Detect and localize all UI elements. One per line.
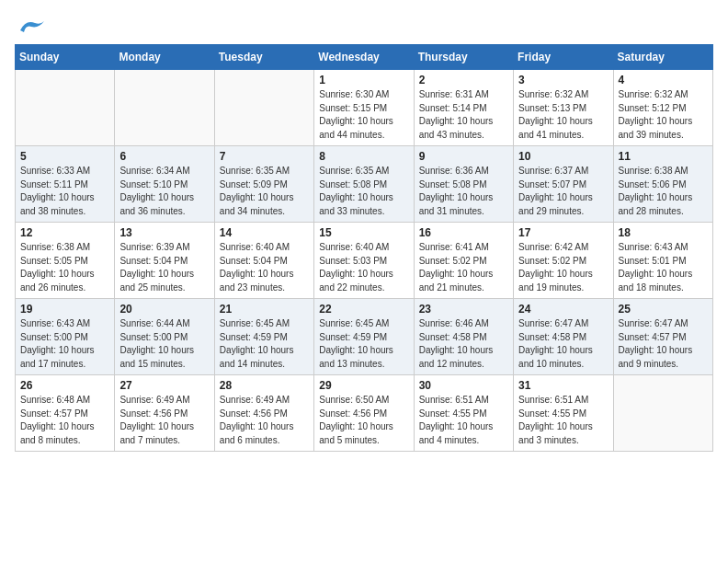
calendar-cell: 25Sunrise: 6:47 AMSunset: 4:57 PMDayligh… xyxy=(613,299,712,375)
day-info: Sunrise: 6:44 AMSunset: 5:00 PMDaylight:… xyxy=(119,317,209,371)
day-number: 13 xyxy=(119,226,209,239)
calendar-cell: 6Sunrise: 6:34 AMSunset: 5:10 PMDaylight… xyxy=(115,146,214,223)
day-number: 30 xyxy=(419,379,508,392)
day-number: 5 xyxy=(20,150,109,163)
calendar-cell: 1Sunrise: 6:30 AMSunset: 5:15 PMDaylight… xyxy=(314,70,414,146)
calendar-header-thursday: Thursday xyxy=(414,45,513,70)
calendar-cell: 19Sunrise: 6:43 AMSunset: 5:00 PMDayligh… xyxy=(16,299,115,375)
day-number: 24 xyxy=(518,303,608,316)
calendar-cell: 30Sunrise: 6:51 AMSunset: 4:55 PMDayligh… xyxy=(414,375,513,452)
calendar-cell: 9Sunrise: 6:36 AMSunset: 5:08 PMDaylight… xyxy=(414,146,513,223)
calendar-cell: 13Sunrise: 6:39 AMSunset: 5:04 PMDayligh… xyxy=(115,223,214,299)
day-number: 7 xyxy=(220,150,309,163)
day-number: 17 xyxy=(518,226,608,239)
calendar-header-row: SundayMondayTuesdayWednesdayThursdayFrid… xyxy=(16,45,713,70)
calendar-cell: 15Sunrise: 6:40 AMSunset: 5:03 PMDayligh… xyxy=(314,223,414,299)
day-number: 16 xyxy=(419,226,508,239)
day-number: 18 xyxy=(619,226,708,239)
day-number: 9 xyxy=(419,150,508,163)
day-info: Sunrise: 6:35 AMSunset: 5:09 PMDaylight:… xyxy=(220,165,309,218)
day-info: Sunrise: 6:38 AMSunset: 5:06 PMDaylight:… xyxy=(619,165,708,218)
calendar-cell: 31Sunrise: 6:51 AMSunset: 4:55 PMDayligh… xyxy=(514,375,613,452)
calendar-cell: 4Sunrise: 6:32 AMSunset: 5:12 PMDaylight… xyxy=(613,70,712,146)
day-number: 1 xyxy=(319,74,408,86)
calendar-week-row: 1Sunrise: 6:30 AMSunset: 5:15 PMDaylight… xyxy=(16,70,713,146)
day-info: Sunrise: 6:47 AMSunset: 4:58 PMDaylight:… xyxy=(518,317,608,371)
calendar-cell: 11Sunrise: 6:38 AMSunset: 5:06 PMDayligh… xyxy=(613,146,712,223)
calendar-week-row: 5Sunrise: 6:33 AMSunset: 5:11 PMDaylight… xyxy=(16,146,713,223)
calendar-cell: 18Sunrise: 6:43 AMSunset: 5:01 PMDayligh… xyxy=(613,223,712,299)
day-info: Sunrise: 6:36 AMSunset: 5:08 PMDaylight:… xyxy=(419,165,508,218)
day-info: Sunrise: 6:50 AMSunset: 4:56 PMDaylight:… xyxy=(319,394,408,447)
day-info: Sunrise: 6:40 AMSunset: 5:04 PMDaylight:… xyxy=(220,241,309,294)
calendar-cell: 2Sunrise: 6:31 AMSunset: 5:14 PMDaylight… xyxy=(414,70,513,146)
day-info: Sunrise: 6:31 AMSunset: 5:14 PMDaylight:… xyxy=(419,88,508,142)
day-info: Sunrise: 6:48 AMSunset: 4:57 PMDaylight:… xyxy=(20,394,109,447)
calendar-week-row: 12Sunrise: 6:38 AMSunset: 5:05 PMDayligh… xyxy=(16,223,713,299)
calendar-header-friday: Friday xyxy=(514,45,613,70)
logo xyxy=(15,15,46,33)
day-number: 4 xyxy=(619,74,708,86)
calendar-cell: 5Sunrise: 6:33 AMSunset: 5:11 PMDaylight… xyxy=(16,146,115,223)
calendar-cell: 14Sunrise: 6:40 AMSunset: 5:04 PMDayligh… xyxy=(214,223,313,299)
calendar-cell: 10Sunrise: 6:37 AMSunset: 5:07 PMDayligh… xyxy=(514,146,613,223)
day-number: 26 xyxy=(20,379,109,392)
day-number: 12 xyxy=(20,226,109,239)
day-info: Sunrise: 6:39 AMSunset: 5:04 PMDaylight:… xyxy=(119,241,209,294)
day-info: Sunrise: 6:49 AMSunset: 4:56 PMDaylight:… xyxy=(119,394,209,447)
day-info: Sunrise: 6:42 AMSunset: 5:02 PMDaylight:… xyxy=(518,241,608,294)
day-info: Sunrise: 6:40 AMSunset: 5:03 PMDaylight:… xyxy=(319,241,408,294)
day-info: Sunrise: 6:51 AMSunset: 4:55 PMDaylight:… xyxy=(518,394,608,447)
calendar-cell: 16Sunrise: 6:41 AMSunset: 5:02 PMDayligh… xyxy=(414,223,513,299)
calendar-cell: 17Sunrise: 6:42 AMSunset: 5:02 PMDayligh… xyxy=(514,223,613,299)
calendar-table: SundayMondayTuesdayWednesdayThursdayFrid… xyxy=(15,44,713,452)
calendar-cell: 22Sunrise: 6:45 AMSunset: 4:59 PMDayligh… xyxy=(314,299,414,375)
day-info: Sunrise: 6:43 AMSunset: 5:00 PMDaylight:… xyxy=(20,317,109,371)
calendar-cell: 26Sunrise: 6:48 AMSunset: 4:57 PMDayligh… xyxy=(16,375,115,452)
calendar-cell xyxy=(16,70,115,146)
calendar-cell: 7Sunrise: 6:35 AMSunset: 5:09 PMDaylight… xyxy=(214,146,313,223)
day-info: Sunrise: 6:51 AMSunset: 4:55 PMDaylight:… xyxy=(419,394,508,447)
day-number: 14 xyxy=(220,226,309,239)
day-info: Sunrise: 6:46 AMSunset: 4:58 PMDaylight:… xyxy=(419,317,508,371)
day-info: Sunrise: 6:34 AMSunset: 5:10 PMDaylight:… xyxy=(119,165,209,218)
day-info: Sunrise: 6:35 AMSunset: 5:08 PMDaylight:… xyxy=(319,165,408,218)
day-number: 19 xyxy=(20,303,109,316)
day-info: Sunrise: 6:32 AMSunset: 5:12 PMDaylight:… xyxy=(619,88,708,142)
calendar-cell: 27Sunrise: 6:49 AMSunset: 4:56 PMDayligh… xyxy=(115,375,214,452)
day-number: 6 xyxy=(119,150,209,163)
calendar-cell: 29Sunrise: 6:50 AMSunset: 4:56 PMDayligh… xyxy=(314,375,414,452)
calendar-cell: 24Sunrise: 6:47 AMSunset: 4:58 PMDayligh… xyxy=(514,299,613,375)
day-info: Sunrise: 6:43 AMSunset: 5:01 PMDaylight:… xyxy=(619,241,708,294)
calendar-cell: 21Sunrise: 6:45 AMSunset: 4:59 PMDayligh… xyxy=(214,299,313,375)
day-info: Sunrise: 6:37 AMSunset: 5:07 PMDaylight:… xyxy=(518,165,608,218)
day-info: Sunrise: 6:38 AMSunset: 5:05 PMDaylight:… xyxy=(20,241,109,294)
page-header xyxy=(15,15,713,33)
day-number: 29 xyxy=(319,379,408,392)
day-number: 2 xyxy=(419,74,508,86)
calendar-cell: 12Sunrise: 6:38 AMSunset: 5:05 PMDayligh… xyxy=(16,223,115,299)
calendar-week-row: 26Sunrise: 6:48 AMSunset: 4:57 PMDayligh… xyxy=(16,375,713,452)
day-info: Sunrise: 6:41 AMSunset: 5:02 PMDaylight:… xyxy=(419,241,508,294)
day-number: 21 xyxy=(220,303,309,316)
calendar-cell: 20Sunrise: 6:44 AMSunset: 5:00 PMDayligh… xyxy=(115,299,214,375)
logo-bird-icon xyxy=(17,17,46,36)
calendar-header-sunday: Sunday xyxy=(16,45,115,70)
calendar-week-row: 19Sunrise: 6:43 AMSunset: 5:00 PMDayligh… xyxy=(16,299,713,375)
day-number: 22 xyxy=(319,303,408,316)
calendar-cell: 23Sunrise: 6:46 AMSunset: 4:58 PMDayligh… xyxy=(414,299,513,375)
day-number: 31 xyxy=(518,379,608,392)
day-info: Sunrise: 6:47 AMSunset: 4:57 PMDaylight:… xyxy=(619,317,708,371)
calendar-header-tuesday: Tuesday xyxy=(214,45,313,70)
calendar-cell xyxy=(214,70,313,146)
day-number: 25 xyxy=(619,303,708,316)
day-info: Sunrise: 6:45 AMSunset: 4:59 PMDaylight:… xyxy=(220,317,309,371)
day-number: 11 xyxy=(619,150,708,163)
calendar-cell xyxy=(613,375,712,452)
day-info: Sunrise: 6:32 AMSunset: 5:13 PMDaylight:… xyxy=(518,88,608,142)
calendar-header-saturday: Saturday xyxy=(613,45,712,70)
day-number: 20 xyxy=(119,303,209,316)
calendar-cell: 3Sunrise: 6:32 AMSunset: 5:13 PMDaylight… xyxy=(514,70,613,146)
calendar-cell: 28Sunrise: 6:49 AMSunset: 4:56 PMDayligh… xyxy=(214,375,313,452)
day-number: 3 xyxy=(518,74,608,86)
